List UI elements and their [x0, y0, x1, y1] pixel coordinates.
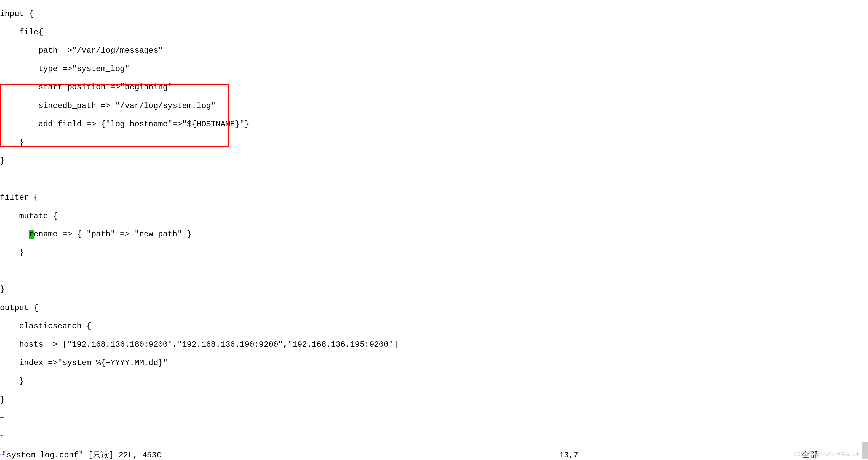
code-line: } [0, 377, 868, 386]
code-line: file{ [0, 28, 868, 37]
code-line: type =>"system_log" [0, 64, 868, 73]
vim-editor[interactable]: input { file{ path =>"/var/log/messages"… [0, 0, 868, 460]
status-filename: "system_log.conf" [只读] 22L, 453C [2, 451, 161, 460]
code-line: path =>"/var/log/messages" [0, 46, 868, 55]
vim-status-bar: "system_log.conf" [只读] 22L, 453C 13,7 全部 [0, 451, 868, 460]
status-cursor-position: 13,7 [559, 451, 578, 460]
code-line: filter { [0, 193, 868, 202]
code-line: output { [0, 303, 868, 313]
code-rest: ename => { "path" => "new_path" } [34, 230, 192, 239]
code-prefix [0, 230, 29, 239]
vim-cursor: r [29, 230, 33, 239]
code-line: elasticsearch { [0, 322, 868, 331]
code-line: add_field => {"log_hostname"=>"${HOSTNAM… [0, 120, 868, 129]
code-line: sincedb_path => "/var/log/system.log" [0, 101, 868, 111]
code-line: hosts => ["192.168.136.180:9200","192.16… [0, 340, 868, 349]
code-line-with-cursor: rename => { "path" => "new_path" } [0, 230, 868, 239]
vim-tilde: ~ [0, 432, 868, 441]
code-line: input { [0, 9, 868, 19]
code-line [0, 267, 868, 276]
code-line: } [0, 248, 868, 257]
code-line: } [0, 138, 868, 147]
watermark-text: CSDN @为什么老是名字被占用 [794, 451, 860, 457]
code-line: } [0, 395, 868, 405]
code-line: mutate { [0, 212, 868, 221]
code-line: index =>"system-%{+YYYY.MM.dd}" [0, 359, 868, 368]
code-line: } [0, 156, 868, 165]
code-line [0, 175, 868, 184]
vim-tilde: ~ [0, 414, 868, 423]
code-line: } [0, 285, 868, 294]
code-line: start_position =>"beginning" [0, 83, 868, 92]
scrollbar-thumb[interactable] [862, 442, 868, 459]
